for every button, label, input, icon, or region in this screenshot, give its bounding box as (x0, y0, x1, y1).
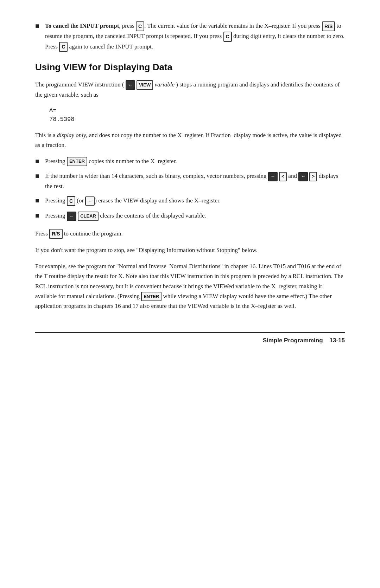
key-rs-1: R/S (322, 21, 335, 31)
variable-label: variable (154, 81, 175, 88)
key-c-2: C (223, 32, 232, 41)
bullet-cancel-input-text: To cancel the INPUT prompt, press C. The… (45, 21, 345, 52)
bullet-c-erases-text: Pressing C (or ←) erases the VIEW displa… (45, 196, 345, 206)
key-c-erase: C (67, 196, 75, 206)
italic-display-only: display only (57, 132, 86, 138)
key-shift-right: ← (298, 172, 308, 181)
if-dont-want-paragraph: If you don't want the program to stop, s… (35, 245, 345, 255)
key-c: C (136, 21, 144, 31)
page-content: ■ To cancel the INPUT prompt, press C. T… (0, 0, 380, 372)
bullet-c-erases: ■ Pressing C (or ←) erases the VIEW disp… (35, 196, 345, 206)
key-less-than: < (279, 172, 287, 181)
display-example: A= 78.5398 (49, 106, 345, 124)
key-c-3: C (59, 42, 68, 52)
bullet-enter-text: Pressing ENTER copies this number to the… (45, 156, 345, 166)
footer-label: Simple Programming 13-15 (263, 337, 345, 344)
key-view: VIEW (137, 80, 153, 90)
key-enter-1: ENTER (67, 157, 87, 166)
key-shift-intro: ← (126, 80, 135, 90)
bullet-bold-prefix: To cancel the INPUT prompt, (45, 22, 121, 29)
key-shift-left: ← (268, 172, 278, 181)
bullet-shift-clear-text: Pressing ← CLEAR clears the contents of … (45, 211, 345, 221)
key-backspace: ← (85, 196, 95, 206)
bullet-square-icon: ■ (35, 22, 45, 30)
bullet-square-5: ■ (35, 212, 45, 220)
bullet-wider-text: If the number is wider than 14 character… (45, 171, 345, 191)
key-enter-2: ENTER (141, 292, 162, 301)
key-rs-2: R/S (49, 229, 62, 239)
bullet-square-4: ■ (35, 196, 45, 205)
key-clear-label: CLEAR (78, 212, 99, 221)
display-line2: 78.5398 (49, 115, 345, 124)
footer-section-name: Simple Programming (263, 337, 323, 344)
display-line1: A= (49, 106, 345, 115)
bullet-enter-copies: ■ Pressing ENTER copies this number to t… (35, 156, 345, 166)
bullet-square-3: ■ (35, 172, 45, 180)
footer-page-number: 13-15 (330, 337, 345, 344)
press-rs-paragraph: Press R/S to continue the program. (35, 229, 345, 239)
page-footer: Simple Programming 13-15 (35, 332, 345, 344)
bullet-wider-number: ■ If the number is wider than 14 charact… (35, 171, 345, 191)
body-paragraph: This is a display only, and does not cop… (35, 130, 345, 150)
section-title: Using VIEW for Displaying Data (35, 62, 345, 73)
bullet-cancel-input: ■ To cancel the INPUT prompt, press C. T… (35, 21, 345, 52)
key-greater-than: > (309, 172, 317, 181)
intro-paragraph: The programmed VIEW instruction ( ← VIEW… (35, 80, 345, 100)
bullet-square-2: ■ (35, 157, 45, 165)
for-example-paragraph: For example, see the program for "Normal… (35, 261, 345, 311)
bullet-shift-clear: ■ Pressing ← CLEAR clears the contents o… (35, 211, 345, 221)
key-shift-clear: ← (67, 212, 76, 221)
